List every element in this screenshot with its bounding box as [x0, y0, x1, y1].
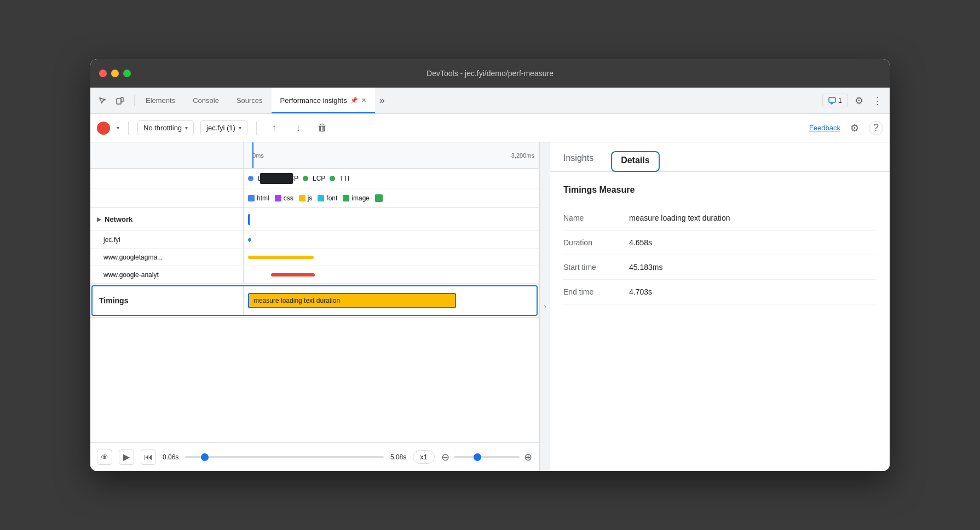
- js-label: js: [308, 194, 313, 202]
- zoom-slider[interactable]: [454, 456, 520, 458]
- css-color: [275, 195, 281, 201]
- network-bars-col: [244, 208, 539, 231]
- table-row: Start time 45.183ms: [563, 255, 877, 280]
- tab-insights[interactable]: Insights: [563, 153, 593, 170]
- bottom-controls: 👁 ▶ ⏮ 0.06s 5.08s x1 ⊖: [90, 442, 539, 471]
- time-end: 3,200ms: [511, 152, 534, 159]
- tab-close-icon[interactable]: ✕: [361, 97, 366, 104]
- jec-green-bar: [249, 238, 250, 242]
- close-button[interactable]: [99, 70, 107, 77]
- resource-row-jec[interactable]: jec.fyi: [90, 231, 539, 249]
- session-label: jec.fyi (1): [206, 124, 235, 132]
- timeline-label-col: [90, 142, 244, 168]
- device-toolbar-icon[interactable]: [112, 93, 128, 108]
- details-content: Timings Measure Name measure loading tex…: [550, 172, 890, 471]
- legend-label-col: [90, 188, 244, 208]
- throttling-select[interactable]: No throttling ▾: [137, 120, 194, 135]
- session-arrow: ▾: [239, 125, 241, 131]
- comment-badge[interactable]: 1: [822, 94, 848, 107]
- font-color: [318, 195, 324, 201]
- record-dropdown[interactable]: ▾: [117, 125, 119, 131]
- timings-section: Timings measure loading text duration: [90, 284, 539, 318]
- timeline-bar-vis: [260, 173, 293, 184]
- ga-bar: [271, 273, 315, 276]
- toolbar-help-btn[interactable]: ?: [869, 121, 883, 135]
- resource-bars-jec: [244, 231, 539, 248]
- window-title: DevTools - jec.fyi/demo/perf-measure: [426, 69, 554, 78]
- gtm-bar: [248, 256, 314, 259]
- zoom-out-icon[interactable]: ⊖: [441, 451, 449, 463]
- reset-btn[interactable]: ⏮: [141, 450, 156, 465]
- session-select[interactable]: jec.fyi (1) ▾: [200, 120, 247, 135]
- tti-dot: [330, 176, 335, 181]
- comment-icon: [828, 97, 836, 105]
- timings-row[interactable]: Timings measure loading text duration: [91, 285, 538, 316]
- toolbar-divider-2: [256, 122, 257, 135]
- zoom-in-icon[interactable]: ⊕: [524, 451, 532, 463]
- panel-tabs: Insights Details: [550, 142, 890, 172]
- field-key-starttime: Start time: [563, 255, 629, 280]
- tab-details[interactable]: Details: [611, 151, 659, 172]
- maximize-button[interactable]: [123, 70, 131, 77]
- network-expand-icon: ▶: [97, 216, 101, 222]
- network-header-row[interactable]: ▶ Network: [90, 208, 539, 231]
- zoom-thumb[interactable]: [474, 453, 481, 461]
- font-label: font: [326, 194, 337, 202]
- toolbar-divider-1: [128, 122, 129, 135]
- start-time-label: 0.06s: [163, 453, 178, 461]
- throttling-label: No throttling: [143, 124, 182, 132]
- legend-css: css: [275, 194, 293, 202]
- speed-label: x1: [420, 453, 428, 461]
- tab-bar-right: 1 ⚙ ⋮: [822, 93, 885, 108]
- image-label: image: [351, 194, 370, 202]
- timing-bar-label: measure loading text duration: [253, 297, 340, 304]
- left-panel: 0ms 3,200ms DCL FCP LCP TTI: [90, 142, 539, 471]
- resource-row-ga[interactable]: www.google-analyt: [90, 266, 539, 284]
- resource-row-gtm[interactable]: www.googletagma...: [90, 249, 539, 266]
- toolbar-right: Feedback ⚙ ?: [809, 120, 883, 136]
- play-btn[interactable]: ▶: [119, 450, 134, 465]
- details-section-title: Timings Measure: [563, 185, 877, 195]
- table-row: Duration 4.658s: [563, 231, 877, 255]
- slider-thumb[interactable]: [201, 453, 209, 461]
- table-row: Name measure loading text duration: [563, 206, 877, 231]
- legend-row: html css js font: [90, 188, 539, 208]
- resource-label-ga: www.google-analyt: [90, 266, 244, 283]
- slider-track[interactable]: [185, 456, 384, 458]
- timeline-time-area: 0ms 3,200ms: [244, 142, 539, 168]
- html-label: html: [257, 194, 269, 202]
- css-label: css: [284, 194, 293, 202]
- record-button[interactable]: [97, 122, 110, 135]
- main-content: 0ms 3,200ms DCL FCP LCP TTI: [90, 142, 890, 471]
- feedback-button[interactable]: Feedback: [809, 124, 840, 132]
- js-color: [299, 195, 305, 201]
- download-button[interactable]: ↓: [290, 119, 307, 137]
- timings-bars-col: measure loading text duration: [244, 286, 537, 315]
- window-controls: [99, 70, 131, 77]
- timeline-slider[interactable]: [185, 456, 384, 458]
- timeline-spacer: [90, 318, 539, 442]
- more-tabs-button[interactable]: »: [375, 95, 389, 106]
- tab-icons: [95, 93, 128, 108]
- comment-count: 1: [838, 96, 842, 105]
- minimize-button[interactable]: [111, 70, 119, 77]
- network-title: Network: [105, 215, 132, 223]
- right-panel: Insights Details Timings Measure Name me…: [550, 142, 890, 471]
- panel-resize-handle[interactable]: ›: [539, 142, 550, 471]
- more-options-btn[interactable]: ⋮: [870, 93, 885, 108]
- inspect-icon[interactable]: [95, 93, 110, 108]
- tab-console[interactable]: Console: [184, 88, 228, 113]
- delete-button[interactable]: 🗑: [314, 119, 331, 137]
- upload-button[interactable]: ↑: [266, 119, 283, 137]
- markers-area: DCL FCP LCP TTI: [244, 169, 539, 188]
- tab-elements[interactable]: Elements: [137, 88, 184, 113]
- speed-selector[interactable]: x1: [413, 450, 435, 464]
- screenshot-btn[interactable]: 👁: [97, 450, 112, 465]
- tab-sources[interactable]: Sources: [228, 88, 272, 113]
- settings-icon-btn[interactable]: ⚙: [851, 93, 867, 108]
- field-value-duration: 4.658s: [629, 231, 877, 255]
- pin-icon: 📌: [350, 97, 358, 104]
- toolbar-settings-btn[interactable]: ⚙: [847, 120, 862, 136]
- tab-performance[interactable]: Performance insights 📌 ✕: [272, 88, 375, 113]
- field-value-endtime: 4.703s: [629, 280, 877, 304]
